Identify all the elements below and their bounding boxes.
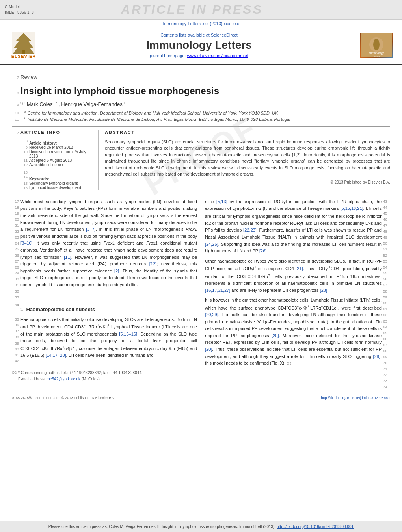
journal-cover-icon: Immunology Letters xyxy=(361,33,392,57)
info-abstract-section: 7 ARTICLE INFO 8 Article history: 9 Rece… xyxy=(12,126,390,190)
line-num-13: 13 xyxy=(20,170,29,174)
body-section: 17181920212223 24252627282930 313233 Whi… xyxy=(12,195,390,390)
ref-2[interactable]: [2] xyxy=(114,269,119,273)
ref-8-10[interactable]: [8–10] xyxy=(20,241,33,245)
authors: Q1 Mark Colesa,* , Henrique Veiga-Fernan… xyxy=(20,101,125,107)
footer-text: Please cite this article in press as: Co… xyxy=(48,525,275,529)
section1-para-row: 3536373839404142 Haematopoietic cells th… xyxy=(12,316,197,364)
q1-label: Q1 xyxy=(20,101,25,105)
revised-date: Received in revised form 25 July 2013 xyxy=(29,150,92,158)
body-left-inner: 17181920212223 24252627282930 313233 Whi… xyxy=(12,198,197,300)
body-two-col: 17181920212223 24252627282930 313233 Whi… xyxy=(12,198,390,390)
svg-text:Immunology: Immunology xyxy=(369,52,384,55)
footnote-email-link[interactable]: mc542@york.ac.uk xyxy=(47,377,80,381)
left-line-numbers-2: 3536373839404142 xyxy=(12,316,20,364)
page-footer: Please cite this article in press as: Co… xyxy=(0,521,402,532)
journal-ref-line: Immunology Letters xxx (2013) xxx–xxx xyxy=(0,20,402,27)
affil-b-row: 11 b Instituto de Medicina Molecular, Fa… xyxy=(12,116,390,122)
svg-rect-2 xyxy=(22,50,25,54)
doi-bar: 0165-2478/$ – see front matter © 2013 Pu… xyxy=(0,394,402,401)
left-line-numbers: 17181920212223 24252627282930 313233 xyxy=(12,198,20,300)
journal-logo-right: Immunology Letters xyxy=(359,32,394,59)
ref-20c[interactable]: [20] xyxy=(205,347,212,352)
ref-20b[interactable]: [20] xyxy=(272,333,279,338)
ref-21[interactable]: [21] xyxy=(296,266,303,271)
doi-link[interactable]: http://dx.doi.org/10.1016/j.imlet.2013.0… xyxy=(321,396,390,400)
line-num-1: 7 xyxy=(12,75,20,80)
history-label: Article history: xyxy=(29,141,92,145)
line-num-8: 8 xyxy=(20,139,29,145)
section1-text: Haematopoietic cells that initially colo… xyxy=(20,316,197,359)
line-num-2: 8 xyxy=(12,91,20,95)
main-content: 7 Review 8 Insight into lymphoid tissue … xyxy=(0,65,402,394)
line-num-34: 34 xyxy=(12,302,20,315)
svg-text:Letters: Letters xyxy=(373,55,380,57)
left-para-1: While most secondary lymphoid organs, su… xyxy=(20,198,197,289)
body-right-col: mice [5,13] by the expression of RORγt i… xyxy=(205,198,390,390)
line-num-11: 11 xyxy=(20,158,29,163)
ref-22-23[interactable]: [22,23] xyxy=(243,228,257,232)
ref-12[interactable]: [12] xyxy=(149,261,156,266)
ref-26[interactable]: [26] xyxy=(259,248,266,253)
section1-title: 1. Haematopoietic cell subsets xyxy=(20,306,197,314)
line-num-15: 15 xyxy=(20,181,29,185)
right-inner: mice [5,13] by the expression of RORγt i… xyxy=(205,198,390,390)
ref-11[interactable]: [11] xyxy=(64,255,71,260)
journal-logo-image: Immunology Letters xyxy=(360,33,393,58)
paper-title: Insight into lymphoid tissue morphogenes… xyxy=(20,85,219,97)
issn-text: 0165-2478/$ – see front matter © 2013 Pu… xyxy=(12,396,115,400)
gmodel-label: G Model IMLET 5366 1–8 xyxy=(5,4,34,15)
available-online: Available online xxx xyxy=(29,163,92,167)
received-date: Received 26 March 2012 xyxy=(29,145,92,150)
ref-14-17-20[interactable]: [14,17–20] xyxy=(46,353,66,358)
article-in-press-banner: ARTICLE IN PRESS xyxy=(34,2,350,17)
ref-29[interactable]: [29] xyxy=(373,354,380,359)
ref-24-25[interactable]: [24,25] xyxy=(205,242,218,247)
elsevier-text: ELSEVIER xyxy=(11,54,36,59)
line-num-16: 16 xyxy=(20,185,29,190)
line-num-12: 12 xyxy=(20,163,29,167)
right-para-1: mice [5,13] by the expression of RORγt i… xyxy=(205,198,382,255)
ref-28[interactable]: [28] xyxy=(320,288,327,293)
line-num-3: 9 xyxy=(12,103,20,107)
line-num-14: 14 xyxy=(20,174,29,181)
footer-doi-link[interactable]: http://dx.doi.org/10.1016/j.imlet.2013.0… xyxy=(277,525,354,529)
line-num-10: 10 xyxy=(20,150,29,158)
ref-5-13-16[interactable]: [5,13–16] xyxy=(119,332,137,336)
article-type-row: 7 Review xyxy=(12,71,390,82)
authors-row: 9 Q1 Mark Colesa,* , Henrique Veiga-Fern… xyxy=(12,101,390,109)
left-col-text: While most secondary lymphoid organs, su… xyxy=(20,198,197,300)
body-left-col: 17181920212223 24252627282930 313233 Whi… xyxy=(12,198,197,390)
keyword-2: Lymphoid tissue development xyxy=(29,185,92,190)
journal-center: Contents lists available at ScienceDirec… xyxy=(39,33,359,58)
keyword-1: Secondary lymphoid organs xyxy=(29,181,92,185)
ref-3-7[interactable]: [3–7] xyxy=(86,227,95,232)
ref-5-15-16-21[interactable]: [5,15,16,21] xyxy=(340,206,363,211)
line-num-7: 7 xyxy=(12,131,20,135)
ref-16-17-21-27[interactable]: [16,17,21,27] xyxy=(205,288,230,293)
line-num-9: 9 xyxy=(20,145,29,150)
journal-title: Immunology Letters xyxy=(39,39,359,52)
sciencedirect-link[interactable]: Contents lists available at ScienceDirec… xyxy=(39,33,359,37)
abstract-heading: ABSTRACT xyxy=(105,130,390,136)
title-row: 8 Insight into lymphoid tissue morphogen… xyxy=(12,82,390,99)
journal-homepage[interactable]: journal homepage: www.elsevier.com/locat… xyxy=(39,53,359,58)
footnote-corresponding: * Corresponding author. Tel.: +44 190432… xyxy=(18,370,143,376)
accepted-date: Accepted 5 August 2013 xyxy=(29,158,92,163)
line-num-4: 10 xyxy=(12,111,20,115)
q2-label: Q2 xyxy=(12,370,17,382)
affil-a-row: 10 a Centre for Immunology and Infection… xyxy=(12,110,390,116)
article-info-heading: ARTICLE INFO xyxy=(20,130,92,136)
abstract-text: Secondary lymphoid organs (SLO) are cruc… xyxy=(105,139,390,178)
ref-20-29[interactable]: [20,29] xyxy=(205,312,218,317)
right-para-3: It is however in the gut that other haem… xyxy=(205,297,382,367)
section1-header: 1. Haematopoietic cell subsets xyxy=(20,302,197,315)
ref-5-13[interactable]: [5,13] xyxy=(216,199,227,204)
svg-point-5 xyxy=(373,39,380,50)
top-banner: G Model IMLET 5366 1–8 ARTICLE IN PRESS xyxy=(0,0,402,20)
copyright: © 2013 Published by Elsevier B.V. xyxy=(105,180,390,184)
line-num-5: 11 xyxy=(12,117,20,122)
article-type: Review xyxy=(20,74,37,80)
footnote-section: Q2 * Corresponding author. Tel.: +44 190… xyxy=(12,367,197,382)
right-line-numbers: 43444546474849 50515253 5455 5657585960 … xyxy=(382,198,390,390)
